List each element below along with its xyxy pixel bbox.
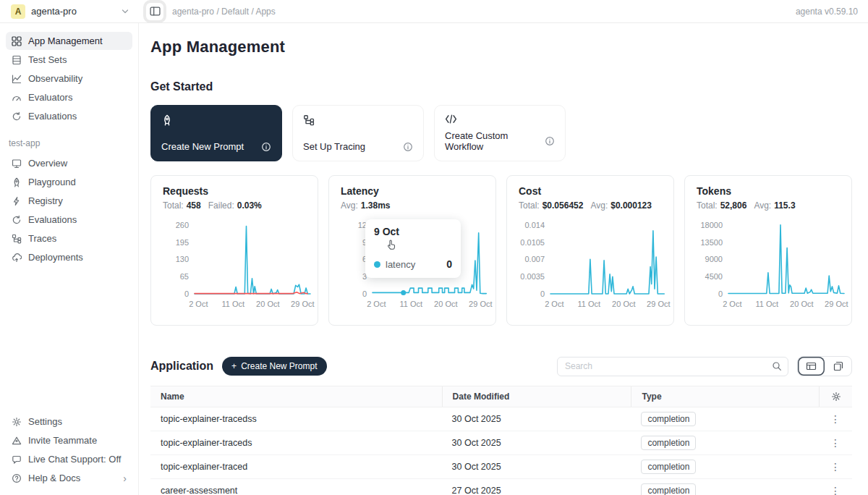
sidebar-item-label: Deployments: [28, 252, 83, 263]
create-new-prompt-button[interactable]: + Create New Prompt: [222, 357, 326, 376]
invite-icon: [12, 436, 22, 446]
y-axis-tick: 9: [341, 238, 367, 247]
sidebar-item-observability[interactable]: Observability: [6, 69, 132, 88]
row-menu-icon[interactable]: ⋮: [830, 414, 841, 424]
column-header-name[interactable]: Name: [150, 392, 442, 402]
sidebar-item-evaluators[interactable]: Evaluators: [6, 88, 132, 106]
row-menu-icon[interactable]: ⋮: [830, 438, 841, 448]
sidebar-item-label: Help & Docs: [28, 473, 80, 483]
stat-card-cost: Cost Total:$0.056452Avg:$0.000123 00.003…: [506, 175, 674, 326]
card-view-icon: [833, 361, 843, 371]
y-axis-tick: 0: [697, 289, 723, 298]
chevron-right-icon: ›: [123, 473, 127, 483]
y-axis-tick: 260: [163, 221, 189, 229]
table-row[interactable]: topic-explainer-traceds 30 Oct 2025 comp…: [150, 431, 852, 455]
stat-summary: Total:458Failed:0.03%: [163, 200, 306, 211]
search-input[interactable]: [558, 361, 766, 371]
table-row[interactable]: topic-explainer-tracedss 30 Oct 2025 com…: [150, 407, 852, 431]
create-new-prompt-card[interactable]: Create New Prompt: [150, 105, 282, 161]
app-date-modified: 30 Oct 2025: [442, 438, 631, 448]
table-row[interactable]: career-assessment 27 Oct 2025 completion…: [150, 479, 852, 495]
y-axis-tick: 18000: [697, 221, 723, 229]
main-content: App Management Get Started Create New Pr…: [139, 23, 868, 495]
x-axis-tick: 11 Oct: [578, 300, 601, 308]
info-icon[interactable]: [261, 142, 271, 152]
app-name: topic-explainer-tracedss: [150, 414, 442, 424]
create-custom-workflow-card[interactable]: Create Custom Workflow: [434, 105, 566, 161]
sidebar: App Management Test Sets Observability E…: [0, 23, 139, 495]
x-axis-tick: 2 Oct: [545, 300, 563, 308]
card-label: Create New Prompt: [161, 141, 244, 152]
sidebar-item-registry[interactable]: Registry: [6, 192, 132, 210]
column-header-type[interactable]: Type: [631, 386, 819, 407]
app-name: topic-explainer-traced: [150, 462, 442, 472]
cloud-upload-icon: [12, 253, 22, 263]
table-view-icon: [806, 361, 817, 371]
sidebar-item-label: App Management: [28, 35, 103, 46]
search-icon[interactable]: [766, 358, 788, 376]
sidebar-toggle-button[interactable]: [146, 3, 163, 20]
stat-summary: Avg:1.38ms: [341, 200, 484, 211]
sidebar-item-label: Test Sets: [28, 54, 67, 65]
stats-cards: Requests Total:458Failed:0.03% 065130195…: [150, 175, 852, 326]
sidebar-item-evaluations-app[interactable]: Evaluations: [6, 211, 132, 229]
info-icon[interactable]: [545, 136, 555, 146]
row-menu-icon[interactable]: ⋮: [830, 462, 841, 472]
requests-chart[interactable]: 0651301952602 Oct11 Oct20 Oct29 Oct: [163, 217, 306, 314]
tree-icon: [12, 234, 22, 244]
page-title: App Management: [150, 38, 852, 56]
workspace-selector[interactable]: A agenta-pro: [0, 4, 139, 19]
sidebar-item-help-docs[interactable]: Help & Docs ›: [6, 469, 132, 487]
tooltip-series-name: latency: [386, 259, 415, 270]
y-axis-tick: 0.0035: [519, 272, 545, 281]
table-view-button[interactable]: [798, 357, 825, 376]
sidebar-item-playground[interactable]: Playground: [6, 173, 132, 191]
info-icon[interactable]: [403, 142, 413, 152]
sidebar-item-label: Playground: [28, 177, 76, 187]
gear-icon: [12, 417, 22, 427]
card-label: Create Custom Workflow: [445, 130, 545, 152]
column-header-date-modified[interactable]: Date Modified: [442, 386, 631, 407]
stat-card-requests: Requests Total:458Failed:0.03% 065130195…: [150, 175, 318, 326]
line-chart-icon: [12, 74, 22, 84]
sidebar-item-invite-teammate[interactable]: Invite Teammate: [6, 431, 132, 449]
chart-tooltip: 9 Oct latency 0: [365, 219, 461, 278]
bolt-icon: [12, 196, 22, 206]
applications-table: Name Date Modified Type topic-explainer-…: [150, 386, 852, 495]
gauge-icon: [12, 93, 22, 103]
x-axis-tick: 11 Oct: [756, 300, 779, 308]
tooltip-series-row: latency 0: [374, 258, 452, 270]
breadcrumb[interactable]: agenta-pro / Default / Apps: [172, 7, 276, 17]
sidebar-item-overview[interactable]: Overview: [6, 154, 132, 172]
set-up-tracing-card[interactable]: Set Up Tracing: [292, 105, 424, 161]
chat-icon: [12, 454, 22, 465]
sidebar-item-app-management[interactable]: App Management: [6, 32, 132, 50]
sidebar-item-deployments[interactable]: Deployments: [6, 248, 132, 266]
series-dot-icon: [374, 261, 380, 268]
sidebar-item-label: Overview: [28, 158, 67, 169]
sidebar-item-label: Settings: [28, 416, 62, 427]
card-view-button[interactable]: [825, 357, 851, 376]
sidebar-item-traces[interactable]: Traces: [6, 229, 132, 248]
sidebar-item-settings[interactable]: Settings: [6, 412, 132, 431]
table-header: Name Date Modified Type: [150, 386, 852, 407]
y-axis-tick: 195: [163, 238, 189, 247]
x-axis-tick: 29 Oct: [291, 300, 314, 308]
tokens-chart[interactable]: 04500900013500180002 Oct11 Oct20 Oct29 O…: [697, 217, 840, 314]
sidebar-section-title: test-app: [9, 138, 129, 148]
sidebar-item-live-chat[interactable]: Live Chat Support: Off: [6, 450, 132, 468]
cost-chart[interactable]: 00.00350.0070.01050.0142 Oct11 Oct20 Oct…: [519, 217, 662, 314]
y-axis-tick: 6: [341, 255, 367, 263]
sidebar-item-label: Evaluators: [28, 92, 72, 103]
x-axis-tick: 2 Oct: [189, 300, 208, 308]
table-row[interactable]: topic-explainer-traced 30 Oct 2025 compl…: [150, 455, 852, 479]
y-axis-tick: 0.0105: [519, 238, 545, 247]
stat-title: Cost: [519, 185, 662, 197]
y-axis-tick: 0: [163, 289, 189, 298]
stat-card-latency: Latency Avg:1.38ms 0369122 Oct11 Oct20 O…: [328, 175, 496, 326]
sidebar-item-evaluations[interactable]: Evaluations: [6, 107, 132, 125]
row-menu-icon[interactable]: ⋮: [830, 486, 841, 495]
column-settings-gear-icon[interactable]: [819, 386, 852, 407]
tooltip-date: 9 Oct: [374, 226, 452, 237]
sidebar-item-test-sets[interactable]: Test Sets: [6, 51, 132, 69]
